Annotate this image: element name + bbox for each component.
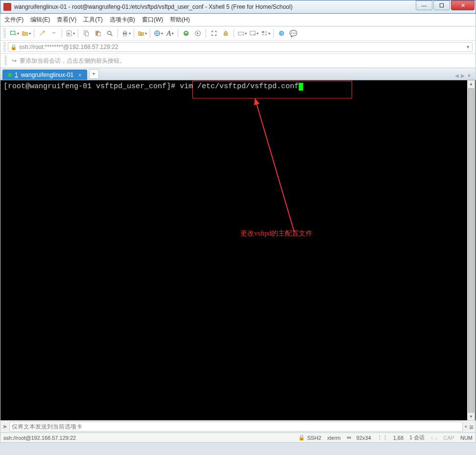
svg-rect-25: [264, 34, 266, 36]
reconnect-button[interactable]: [37, 28, 48, 39]
tab-nav: ◀ ▶ ▼: [455, 73, 472, 78]
svg-rect-22: [262, 31, 263, 33]
terminal[interactable]: [root@wangruifeng-01 vsftpd_user_conf]# …: [0, 80, 476, 420]
tab-index: 1: [15, 72, 18, 78]
scroll-down-icon[interactable]: ▼: [467, 413, 475, 420]
lock-icon: 🔒: [10, 44, 17, 50]
menu-window[interactable]: 窗口(W): [142, 16, 163, 24]
fullscreen-button[interactable]: [209, 28, 219, 39]
svg-rect-11: [123, 31, 126, 33]
menu-view[interactable]: 查看(V): [57, 16, 76, 24]
status-pos: ⋮⋮ 1,68: [377, 434, 404, 441]
title-bar: wangruifenglinux-01 - root@wangruifeng-0…: [0, 0, 476, 14]
address-text: ssh://root:********@192.168.57.129:22: [19, 44, 464, 50]
status-updown: ↑ ↓: [430, 435, 437, 441]
app-icon: [3, 3, 11, 11]
tab-prev-icon[interactable]: ◀: [455, 73, 459, 78]
transfer-button[interactable]: [137, 28, 147, 39]
svg-rect-12: [123, 34, 126, 36]
svg-rect-3: [68, 33, 70, 35]
tab-status-dot: [8, 73, 12, 77]
status-connection: ssh://root@192.168.57.129:22: [3, 435, 76, 441]
new-tab-button[interactable]: +: [89, 69, 99, 79]
svg-text:+: +: [14, 32, 16, 37]
tab-menu-icon[interactable]: ▼: [467, 73, 472, 78]
menu-tools[interactable]: 工具(T): [83, 16, 102, 24]
status-cap: CAP: [443, 435, 454, 441]
layout-button[interactable]: [260, 28, 271, 39]
status-proto: 🔒SSH2: [298, 434, 321, 441]
keyboard-button[interactable]: [237, 28, 247, 39]
send-bar: ➤ ▾ ≡: [0, 420, 476, 433]
tip-grip: [4, 56, 7, 66]
annotation-text: 更改vsftpd的主配置文件: [240, 229, 312, 238]
svg-text:+: +: [253, 33, 255, 36]
lock-small-icon: 🔒: [298, 434, 305, 441]
tab-next-icon[interactable]: ▶: [461, 73, 465, 78]
disconnect-button[interactable]: [48, 28, 59, 39]
new-session-button[interactable]: +: [9, 28, 20, 39]
menu-edit[interactable]: 编辑(E): [30, 16, 50, 24]
tab-strip: 1 wangruifenglinux-01 × + ◀ ▶ ▼: [0, 68, 476, 80]
svg-point-8: [108, 31, 111, 35]
tip-text: 要添加当前会话，点击左侧的箭头按钮。: [20, 57, 125, 65]
xagent-button[interactable]: [181, 28, 191, 39]
address-dropdown-icon[interactable]: ▼: [466, 45, 470, 49]
maximize-button[interactable]: ☐: [433, 0, 450, 10]
status-bar: ssh://root@192.168.57.129:22 🔒SSH2 xterm…: [0, 433, 476, 443]
send-input[interactable]: [9, 422, 463, 431]
add-session-icon[interactable]: ↪: [12, 57, 17, 64]
lock-button[interactable]: [220, 28, 231, 39]
tab-close-icon[interactable]: ×: [78, 72, 81, 78]
minimize-button[interactable]: —: [416, 0, 432, 10]
print-button[interactable]: [120, 28, 131, 39]
svg-rect-17: [238, 32, 243, 35]
screen-button[interactable]: +: [248, 28, 259, 39]
menu-tab[interactable]: 选项卡(B): [110, 16, 135, 24]
paste-button[interactable]: [93, 28, 103, 39]
svg-rect-24: [262, 34, 263, 36]
send-menu-icon[interactable]: ≡: [469, 423, 474, 431]
session-tab[interactable]: 1 wangruifenglinux-01 ×: [2, 70, 87, 80]
svg-rect-7: [97, 32, 100, 36]
menu-help[interactable]: 帮助(H): [170, 16, 190, 24]
svg-rect-5: [85, 32, 88, 36]
scroll-thumb[interactable]: [468, 88, 474, 416]
find-button[interactable]: [104, 28, 115, 39]
xftp-button[interactable]: [192, 28, 203, 39]
tab-title: wangruifenglinux-01: [21, 72, 73, 78]
send-icon[interactable]: ➤: [2, 423, 7, 430]
close-button[interactable]: ✕: [451, 0, 475, 10]
svg-line-9: [111, 34, 113, 36]
status-term: xterm: [327, 435, 341, 441]
toolbar-grip: [3, 28, 6, 38]
address-box[interactable]: 🔒 ssh://root:********@192.168.57.129:22 …: [8, 42, 473, 52]
status-size: ⇔ 92x34: [347, 434, 371, 441]
svg-text:?: ?: [281, 31, 283, 36]
window-title: wangruifenglinux-01 - root@wangruifeng-0…: [14, 3, 415, 10]
addr-grip: [3, 42, 6, 52]
svg-rect-16: [224, 33, 228, 35]
encoding-button[interactable]: [153, 28, 164, 39]
annotation-arrow: [245, 95, 333, 237]
svg-rect-23: [264, 31, 266, 33]
status-num: NUM: [460, 435, 473, 441]
address-bar: 🔒 ssh://root:********@192.168.57.129:22 …: [0, 41, 476, 54]
copy-button[interactable]: [81, 28, 92, 39]
prompt: [root@wangruifeng-01 vsftpd_user_conf]#: [3, 82, 180, 91]
chat-button[interactable]: 💬: [288, 28, 299, 39]
help-button[interactable]: ?: [276, 28, 287, 39]
svg-line-28: [255, 99, 294, 232]
tip-bar: ↪ 要添加当前会话，点击左侧的箭头按钮。: [0, 54, 476, 68]
font-button[interactable]: A: [165, 28, 175, 39]
menu-file[interactable]: 文件(F): [4, 16, 24, 24]
properties-button[interactable]: [65, 28, 75, 39]
status-sessions: 1 会话: [409, 434, 425, 441]
menu-bar: 文件(F) 编辑(E) 查看(V) 工具(T) 选项卡(B) 窗口(W) 帮助(…: [0, 14, 476, 26]
terminal-scrollbar[interactable]: ▲ ▼: [467, 80, 475, 420]
scroll-up-icon[interactable]: ▲: [467, 80, 475, 88]
main-toolbar: + A + ? 💬: [0, 26, 476, 41]
open-button[interactable]: [21, 28, 31, 39]
send-target-icon[interactable]: ▾: [465, 424, 467, 429]
